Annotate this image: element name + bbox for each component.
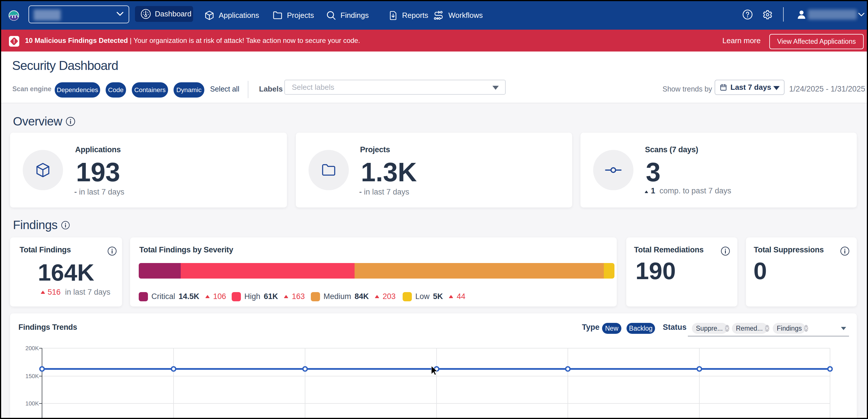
svg-text:150K: 150K <box>25 373 39 379</box>
svg-text:100K: 100K <box>25 400 39 407</box>
svg-text:200K: 200K <box>25 345 39 351</box>
